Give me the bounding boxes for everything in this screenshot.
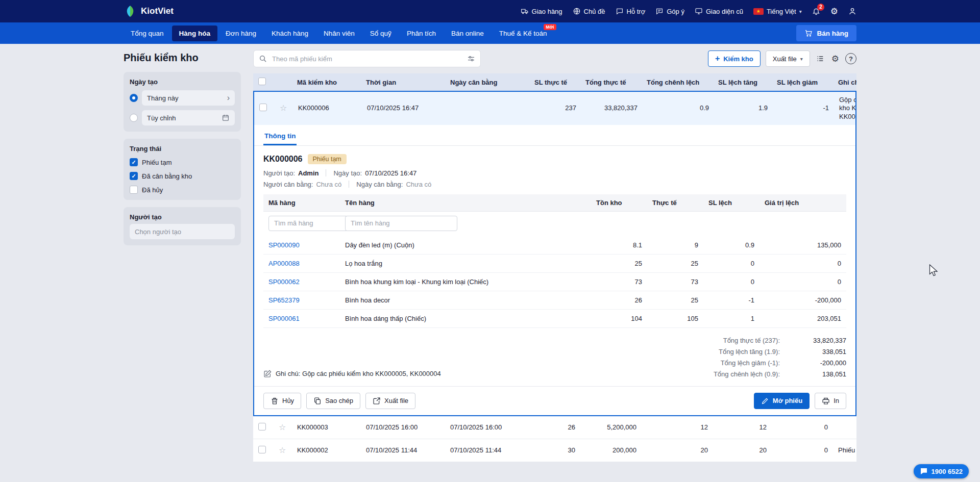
- edit-note-icon[interactable]: [263, 370, 272, 378]
- star-icon[interactable]: ☆: [279, 446, 286, 454]
- column-header-dec-qty[interactable]: SL lệch giảm: [772, 73, 833, 91]
- person-icon: [848, 7, 856, 15]
- filter-sliders-icon[interactable]: [467, 55, 475, 63]
- radio-unchecked-icon[interactable]: [130, 114, 138, 122]
- export-voucher-button[interactable]: Xuất file: [365, 393, 415, 409]
- topbar-item-label: Chủ đề: [584, 8, 605, 15]
- product-code-filter-input[interactable]: [268, 216, 355, 231]
- open-voucher-button[interactable]: Mở phiếu: [754, 393, 810, 409]
- column-header-diff-total[interactable]: Tổng chênh lệch: [642, 73, 713, 91]
- product-row[interactable]: SP000090 Dây đèn led (m) (Cuộn) 8.1 9 0.…: [263, 236, 846, 255]
- topbar-item-support[interactable]: Hỗ trợ: [616, 7, 646, 15]
- column-header-note[interactable]: Ghi chú: [833, 73, 856, 91]
- account-button[interactable]: [848, 7, 856, 15]
- product-name-filter-input[interactable]: [345, 216, 457, 231]
- checkbox-da-can-bang-kho[interactable]: ✓ Đã cân bằng kho: [130, 172, 235, 180]
- select-all-checkbox[interactable]: [258, 78, 266, 85]
- topbar-item-theme[interactable]: Chủ đề: [573, 7, 605, 15]
- nav-item-khach-hang[interactable]: Khách hàng: [264, 26, 315, 41]
- column-header-actual-total[interactable]: Tổng thực tế: [580, 73, 642, 91]
- sell-button[interactable]: Bán hàng: [796, 25, 856, 41]
- radio-checked-icon[interactable]: [130, 94, 138, 102]
- table-row-kk000006[interactable]: ☆ KK000006 07/10/2025 16:47 237 33,820,3…: [254, 92, 856, 125]
- nav-item-hang-hoa[interactable]: Hàng hóa: [172, 26, 218, 41]
- detail-header: KK000006 Phiếu tạm: [263, 154, 846, 164]
- notifications-button[interactable]: 2: [812, 7, 820, 15]
- product-code-link[interactable]: SP000090: [268, 241, 300, 249]
- row-checkbox[interactable]: [258, 423, 266, 430]
- nav-item-phan-tich[interactable]: Phân tích: [400, 26, 443, 41]
- print-button[interactable]: In: [815, 393, 846, 409]
- creator-select[interactable]: Chọn người tạo: [130, 224, 235, 239]
- star-icon[interactable]: ☆: [280, 104, 287, 112]
- topbar-item-delivery[interactable]: Giao hàng: [521, 7, 562, 15]
- product-code-link[interactable]: AP000088: [268, 260, 300, 267]
- column-header-time[interactable]: Thời gian: [361, 73, 445, 91]
- product-code-link[interactable]: SP652379: [268, 296, 300, 304]
- topbar-item-old-interface[interactable]: Giao diện cũ: [695, 7, 743, 15]
- radio-this-month[interactable]: Tháng này ›: [130, 90, 235, 106]
- star-icon[interactable]: ☆: [279, 423, 286, 432]
- help-button[interactable]: ?: [845, 53, 856, 64]
- brand-name: KiotViet: [141, 6, 174, 16]
- language-select[interactable]: ★ Tiếng Việt ▾: [753, 8, 802, 15]
- checkbox-unchecked-icon[interactable]: [130, 186, 138, 194]
- cancel-voucher-button[interactable]: Hủy: [263, 393, 301, 409]
- column-header-inc-qty[interactable]: SL lệch tăng: [713, 73, 772, 91]
- column-header-code[interactable]: Mã kiểm kho: [292, 73, 361, 91]
- product-row[interactable]: SP000061 Bình hoa dáng thấp (Chiếc) 104 …: [263, 309, 846, 327]
- checkbox-checked-icon[interactable]: ✓: [130, 158, 138, 166]
- detail-bottom: Ghi chú: Gộp các phiếu kiểm kho KK000005…: [263, 335, 846, 380]
- search-input[interactable]: [271, 55, 463, 63]
- list-view-button[interactable]: [815, 54, 825, 64]
- copy-voucher-button[interactable]: Sao chép: [306, 393, 360, 409]
- row-checkbox[interactable]: [259, 104, 267, 111]
- this-month-select[interactable]: Tháng này ›: [142, 90, 235, 106]
- hotline-button[interactable]: 1900 6522: [914, 464, 969, 478]
- product-row[interactable]: AP000088 Lọ hoa trắng 25 25 0 0: [263, 254, 846, 272]
- product-row[interactable]: SP000062 Bình hoa khung kim loại - Khung…: [263, 272, 846, 291]
- row-time: 07/10/2025 16:47: [362, 92, 446, 125]
- table-settings-button[interactable]: ⚙: [830, 54, 840, 64]
- export-file-button[interactable]: Xuất file ▾: [766, 50, 810, 67]
- custom-date-select[interactable]: Tùy chỉnh: [142, 110, 235, 125]
- checkbox-da-huy[interactable]: Đã hủy: [130, 186, 235, 194]
- column-header-balance-date[interactable]: Ngày cân bằng: [445, 73, 529, 91]
- created-value: 07/10/2025 16:47: [365, 169, 416, 177]
- brand-logo[interactable]: KiotViet: [124, 5, 174, 18]
- checkbox-label: Phiếu tạm: [142, 159, 172, 166]
- product-diff-value: 0: [760, 272, 846, 291]
- nav-item-thue-ke-toan[interactable]: Thuế & Kế toán Mới: [492, 26, 554, 41]
- filter-date-title: Ngày tạo: [130, 78, 235, 86]
- cart-icon: [804, 29, 813, 37]
- search-box[interactable]: [253, 50, 481, 67]
- product-diff: 0.9: [703, 236, 760, 255]
- topbar-item-feedback[interactable]: Góp ý: [655, 7, 684, 15]
- product-code-link[interactable]: SP000061: [268, 315, 300, 322]
- settings-button[interactable]: ⚙: [830, 7, 838, 16]
- nav-item-so-quy[interactable]: Sổ quỹ: [363, 26, 399, 41]
- this-month-label: Tháng này: [147, 94, 178, 102]
- column-header-actual-qty[interactable]: SL thực tế: [529, 73, 580, 91]
- table-row-kk000002[interactable]: ☆ KK000002 07/10/2025 11:44 07/10/2025 1…: [253, 439, 856, 462]
- row-actual-total: 5,200,000: [580, 416, 642, 439]
- nav-item-don-hang[interactable]: Đơn hàng: [218, 26, 263, 41]
- stocktake-button[interactable]: + Kiểm kho: [708, 50, 761, 67]
- nav-item-tong-quan[interactable]: Tổng quan: [124, 26, 171, 41]
- row-checkbox[interactable]: [258, 446, 266, 453]
- row-code: KK000003: [292, 416, 361, 439]
- detail-actions: Hủy Sao chép Xuất file Mở phiếu: [254, 386, 855, 415]
- checkbox-checked-icon[interactable]: ✓: [130, 172, 138, 180]
- topbar-item-label: Giao diện cũ: [706, 8, 743, 15]
- nav-item-nhan-vien[interactable]: Nhân viên: [316, 26, 362, 41]
- product-row[interactable]: SP652379 Bình hoa decor 26 25 -1 -200,00…: [263, 291, 846, 309]
- product-code-link[interactable]: SP000062: [268, 278, 300, 286]
- nav-item-ban-online[interactable]: Bán online: [444, 26, 491, 41]
- product-actual: 25: [647, 254, 703, 272]
- radio-custom-date[interactable]: Tùy chỉnh: [130, 110, 235, 125]
- table-row-kk000003[interactable]: ☆ KK000003 07/10/2025 16:00 07/10/2025 1…: [253, 416, 856, 439]
- row-balance-date: 07/10/2025 11:44: [445, 439, 529, 462]
- tab-thong-tin[interactable]: Thông tin: [263, 128, 297, 145]
- product-header-actual: Thực tế: [647, 194, 703, 212]
- checkbox-phieu-tam[interactable]: ✓ Phiếu tạm: [130, 158, 235, 166]
